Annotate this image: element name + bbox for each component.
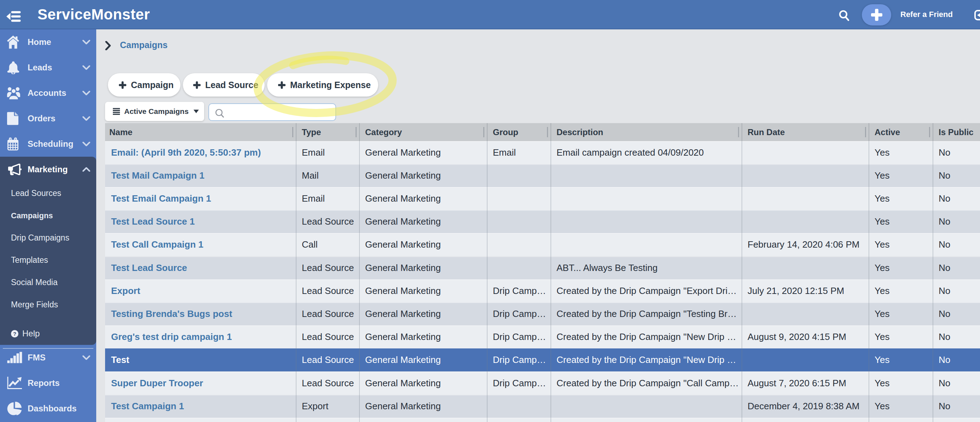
svg-text:?: ? bbox=[13, 331, 16, 337]
